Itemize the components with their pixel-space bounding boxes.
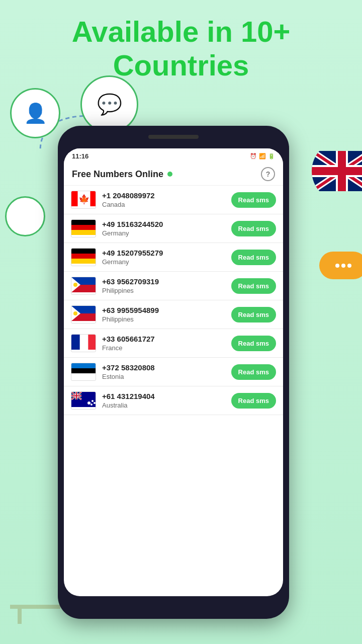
svg-point-45 (90, 404, 93, 406)
flag-estonia (71, 363, 96, 381)
country-name: Germany (102, 229, 225, 237)
svg-rect-18 (71, 259, 96, 264)
svg-point-22 (73, 283, 77, 287)
phone-mockup: 11:16 ⏰ 📶 🔋 Free Numbers Online ? 🍁 (58, 126, 289, 619)
country-name: Philippines (102, 287, 225, 294)
phone-number: +1 2048089972 (102, 191, 225, 200)
chat-icon: 💬 (97, 93, 122, 116)
read-sms-button[interactable]: Read sms (231, 393, 276, 409)
svg-rect-30 (71, 363, 96, 368)
svg-text:🍁: 🍁 (78, 194, 90, 205)
phone-list: 🍁 +1 2048089972 Canada Read sms +49 1516… (64, 186, 283, 596)
number-info: +49 15207955279 Germany (102, 249, 225, 266)
number-info: +63 9562709319 Philippines (102, 277, 225, 294)
flag-philippines (71, 277, 96, 295)
list-item: +49 15163244520 Germany Read sms (64, 214, 283, 243)
phone-number: +61 431219404 (102, 392, 225, 400)
country-name: Philippines (102, 315, 225, 323)
list-item: +49 15207955279 Germany Read sms (64, 243, 283, 272)
deco-chat-circle: 💬 (80, 75, 138, 133)
svg-point-26 (73, 311, 77, 315)
country-name: Canada (102, 201, 225, 208)
svg-rect-17 (71, 254, 96, 259)
svg-rect-13 (71, 220, 96, 225)
svg-rect-16 (71, 249, 96, 254)
phone-number: +33 605661727 (102, 335, 225, 343)
battery-icon: 🔋 (268, 153, 275, 159)
svg-point-43 (87, 401, 90, 405)
svg-rect-10 (71, 191, 78, 206)
status-icons: ⏰ 📶 🔋 (250, 153, 275, 159)
svg-rect-28 (71, 335, 80, 350)
read-sms-button[interactable]: Read sms (231, 250, 276, 265)
svg-rect-15 (71, 230, 96, 235)
read-sms-button[interactable]: Read sms (231, 192, 276, 208)
read-sms-button[interactable]: Read sms (231, 221, 276, 236)
svg-rect-11 (90, 191, 97, 206)
phone-number: +63 9562709319 (102, 277, 225, 286)
app-header: Free Numbers Online ? (64, 162, 283, 186)
flag-germany (71, 219, 96, 237)
svg-point-46 (94, 402, 96, 404)
svg-rect-31 (71, 368, 96, 373)
list-item: +63 9562709319 Philippines Read sms (64, 272, 283, 300)
status-time: 11:16 (72, 152, 88, 160)
list-item: +63 9955954899 Philippines Read sms (64, 300, 283, 329)
number-info: +61 431219404 Australia (102, 392, 225, 409)
phone-number: +49 15163244520 (102, 220, 225, 228)
deco-small-circle (5, 196, 45, 236)
page-heading: Available in 10+ Countries (0, 15, 362, 82)
read-sms-button[interactable]: Read sms (231, 364, 276, 380)
read-sms-button[interactable]: Read sms (231, 336, 276, 351)
svg-rect-14 (71, 225, 96, 230)
read-sms-button[interactable]: Read sms (231, 307, 276, 323)
desk-leg (18, 606, 22, 624)
svg-rect-8 (312, 167, 362, 175)
phone-notch (148, 135, 199, 139)
flag-germany (71, 248, 96, 266)
number-info: +33 605661727 France (102, 335, 225, 352)
phone-number: +63 9955954899 (102, 306, 225, 314)
app-title: Free Numbers Online (72, 169, 163, 180)
svg-rect-42 (71, 395, 81, 396)
person-icon: 👤 (24, 102, 47, 124)
deco-orange-bubble (319, 252, 362, 279)
list-item: +372 58320808 Estonia Read sms (64, 358, 283, 386)
flag-philippines (71, 305, 96, 324)
flag-france (71, 334, 96, 352)
app-title-row: Free Numbers Online (72, 169, 172, 180)
phone-screen: 11:16 ⏰ 📶 🔋 Free Numbers Online ? 🍁 (64, 148, 283, 596)
country-name: Australia (102, 401, 225, 409)
flag-australia (71, 391, 96, 410)
number-info: +63 9955954899 Philippines (102, 306, 225, 323)
alarm-icon: ⏰ (250, 153, 257, 159)
phone-number: +372 58320808 (102, 363, 225, 372)
flag-canada: 🍁 (71, 191, 96, 209)
number-info: +372 58320808 Estonia (102, 363, 225, 380)
list-item: +33 605661727 France Read sms (64, 329, 283, 358)
country-name: Germany (102, 258, 225, 266)
phone-number: +49 15207955279 (102, 249, 225, 257)
number-info: +49 15163244520 Germany (102, 220, 225, 237)
svg-rect-29 (88, 335, 96, 350)
svg-point-44 (92, 400, 94, 402)
list-item: 🍁 +1 2048089972 Canada Read sms (64, 186, 283, 214)
list-item: +61 431219404 Australia Read sms (64, 386, 283, 415)
read-sms-button[interactable]: Read sms (231, 278, 276, 294)
online-indicator (167, 172, 172, 177)
help-button[interactable]: ? (261, 167, 275, 181)
wifi-icon: 📶 (259, 153, 266, 159)
country-name: Estonia (102, 373, 225, 380)
country-name: France (102, 344, 225, 352)
deco-person-circle: 👤 (10, 88, 60, 138)
svg-rect-32 (71, 373, 96, 378)
status-bar: 11:16 ⏰ 📶 🔋 (64, 148, 283, 162)
number-info: +1 2048089972 Canada (102, 191, 225, 208)
